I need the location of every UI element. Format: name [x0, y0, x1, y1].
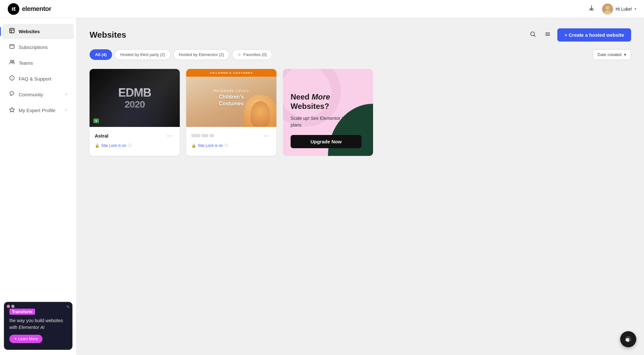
sidebar-item-faq[interactable]: i FAQ & Support	[3, 71, 74, 86]
logo: elementor	[8, 3, 51, 15]
header-right: Hi Luke! ▾	[586, 3, 636, 15]
list-view-button[interactable]	[543, 29, 553, 41]
svg-point-6	[606, 6, 610, 10]
svg-rect-2	[14, 7, 15, 8]
svg-rect-3	[14, 8, 15, 9]
search-button[interactable]	[528, 29, 538, 41]
costume-main-label: Children'sCostumes	[213, 94, 249, 107]
expert-icon	[9, 107, 15, 114]
svg-point-14	[13, 61, 14, 62]
filters-row: All (4) Hosted by third party (2) Hosted…	[90, 49, 631, 60]
card-title-row-costumes: ⋯	[191, 131, 271, 140]
card-menu-costumes[interactable]: ⋯	[262, 131, 271, 140]
card-title-row-astral: Astral ⋯	[95, 131, 175, 140]
sidebar-item-faq-label: FAQ & Support	[19, 76, 51, 82]
user-menu[interactable]: Hi Luke! ▾	[602, 4, 636, 14]
sidebar-item-expert[interactable]: My Expert Profile ↗	[3, 103, 74, 118]
sidebar-item-community[interactable]: Community ↗	[3, 87, 74, 102]
main-layout: Websites Subscriptions	[0, 0, 644, 355]
card-title-astral: Astral	[95, 133, 109, 139]
filter-favorites[interactable]: ☆ Favorites (0)	[232, 49, 272, 60]
filter-tabs: All (4) Hosted by third party (2) Hosted…	[90, 49, 272, 60]
sidebar-ad[interactable]: ✎ Transform the way you build websites w…	[4, 302, 72, 350]
sort-chevron-icon: ▾	[624, 52, 626, 57]
svg-line-19	[534, 35, 536, 37]
sidebar-item-subscriptions-label: Subscriptions	[19, 44, 48, 50]
sidebar-item-websites[interactable]: Websites	[3, 24, 74, 39]
sidebar-nav: Websites Subscriptions	[0, 23, 76, 119]
sidebar-ad-edit-icon: ✎	[66, 305, 70, 309]
costume-overlay: Handmade Luxury Children'sCostumes	[213, 89, 249, 107]
sidebar-ad-tag: Transform	[9, 309, 35, 315]
svg-rect-8	[10, 28, 14, 33]
card-thumb-costumes: CHILDREN'S COSTUMES Handmade Luxury Chil…	[186, 69, 276, 127]
community-external-icon: ↗	[64, 92, 67, 97]
card-body-astral: Astral ⋯ 🔒 Site Lock is on ⓘ	[90, 127, 180, 152]
sidebar-item-teams[interactable]: Teams	[3, 55, 74, 71]
teams-icon	[9, 59, 15, 67]
date-sort-dropdown[interactable]: Date created ▾	[593, 49, 631, 60]
main-content: Websites + Create a hosted website	[77, 18, 644, 355]
community-icon	[9, 91, 15, 98]
star-icon: ☆	[237, 52, 241, 57]
create-website-button[interactable]: + Create a hosted website	[557, 28, 631, 42]
lock-icon: 🔒	[95, 143, 100, 148]
main-header: Websites + Create a hosted website	[90, 28, 631, 42]
sidebar-ad-dots	[7, 305, 14, 308]
sort-label: Date created	[598, 52, 621, 57]
logo-text: elementor	[22, 5, 51, 13]
sidebar-ad-learn-more[interactable]: ✦ Learn More	[9, 335, 43, 343]
site-lock-label-astral: Site Lock is on	[101, 143, 126, 148]
logo-icon	[8, 3, 19, 15]
svg-text:i: i	[12, 76, 12, 80]
svg-rect-1	[12, 7, 13, 11]
lock-icon-costumes: 🔒	[191, 143, 196, 148]
chat-button[interactable]	[620, 331, 636, 347]
upgrade-now-button[interactable]: Upgrade Now	[291, 135, 361, 148]
filter-elementor[interactable]: Hosted by Elementor (2)	[173, 49, 230, 60]
filter-favorites-label: Favorites (0)	[243, 52, 267, 57]
svg-rect-11	[10, 44, 14, 48]
sidebar-item-community-label: Community	[19, 92, 43, 97]
info-icon-astral[interactable]: ⓘ	[128, 143, 131, 148]
sidebar-item-expert-label: My Expert Profile	[19, 108, 55, 113]
main-header-actions: + Create a hosted website	[528, 28, 631, 42]
page-title: Websites	[90, 30, 126, 40]
subscriptions-icon	[9, 43, 15, 51]
websites-icon	[9, 28, 15, 35]
card-menu-astral[interactable]: ⋯	[165, 131, 175, 140]
svg-point-26	[629, 340, 630, 340]
website-card-astral[interactable]: EDMB2020 ● Astral ⋯ 🔒 Site Lock is on	[90, 69, 180, 156]
sidebar: Websites Subscriptions	[0, 18, 77, 355]
svg-point-13	[10, 60, 12, 62]
faq-icon: i	[9, 75, 15, 82]
svg-point-25	[628, 340, 629, 340]
card-body-costumes: ⋯ 🔒 Site Lock is on ⓘ	[186, 127, 276, 152]
promo-card[interactable]: Need MoreWebsites? Scale up! See Element…	[283, 69, 373, 156]
site-lock-astral: 🔒 Site Lock is on ⓘ	[95, 143, 175, 148]
website-card-costumes[interactable]: CHILDREN'S COSTUMES Handmade Luxury Chil…	[186, 69, 276, 156]
promo-subtitle: Scale up! See Elementor hosting plans	[291, 115, 365, 129]
info-icon-costumes[interactable]: ⓘ	[225, 143, 228, 148]
card-thumb-astral: EDMB2020 ●	[90, 69, 180, 127]
promo-title: Need MoreWebsites?	[291, 92, 365, 111]
site-lock-costumes: 🔒 Site Lock is on ⓘ	[191, 143, 271, 148]
svg-marker-17	[9, 107, 14, 112]
sidebar-item-subscriptions[interactable]: Subscriptions	[3, 40, 74, 55]
promo-title-italic: More	[312, 92, 330, 101]
filter-all[interactable]: All (4)	[90, 49, 112, 60]
avatar	[602, 4, 613, 14]
sidebar-ad-text: the way you build websites with Elemento…	[9, 317, 67, 331]
filter-third-party[interactable]: Hosted by third party (2)	[115, 49, 170, 60]
download-button[interactable]	[586, 3, 597, 15]
sidebar-item-websites-label: Websites	[19, 29, 40, 34]
user-name: Hi Luke!	[616, 6, 632, 12]
svg-rect-4	[14, 10, 15, 11]
site-lock-label-costumes: Site Lock is on	[198, 143, 223, 148]
cards-grid: EDMB2020 ● Astral ⋯ 🔒 Site Lock is on	[90, 69, 631, 156]
promo-content: Need MoreWebsites? Scale up! See Element…	[283, 83, 373, 156]
svg-point-18	[531, 32, 534, 36]
costume-top-label: Handmade Luxury	[213, 89, 249, 92]
app-header: elementor Hi Luke! ▾	[0, 0, 644, 18]
sidebar-item-teams-label: Teams	[19, 60, 33, 66]
